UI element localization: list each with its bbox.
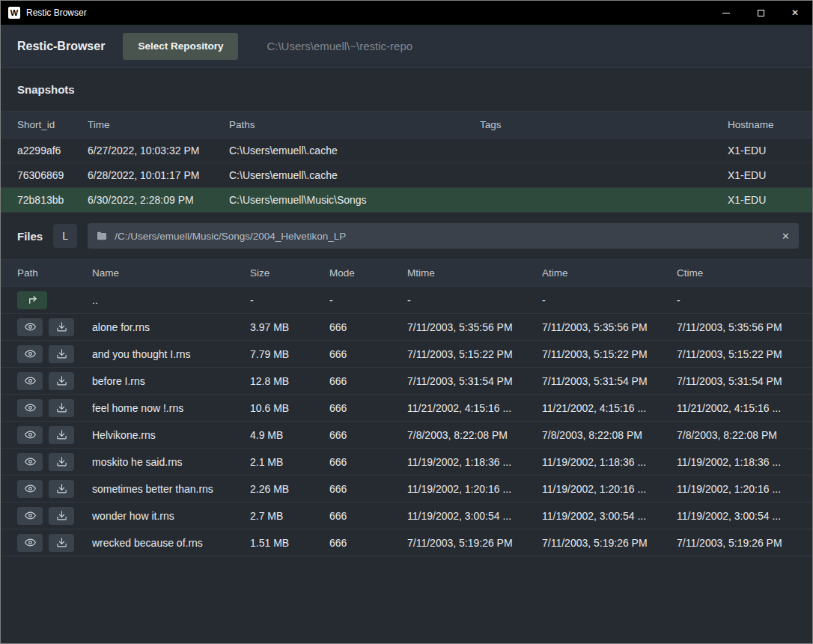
column-hostname: Hostname xyxy=(728,119,796,130)
file-name: Helvikone.rns xyxy=(92,429,250,441)
preview-file-button[interactable] xyxy=(17,372,43,390)
preview-file-button[interactable] xyxy=(17,534,43,552)
file-name: .. xyxy=(92,294,250,306)
download-icon xyxy=(56,510,67,521)
close-button[interactable]: ✕ xyxy=(778,1,812,25)
file-row: alone for.rns 3.97 MB 666 7/11/2003, 5:3… xyxy=(1,314,812,341)
snapshot-paths: C:\Users\emuell\Music\Songs xyxy=(229,194,480,206)
select-repository-button[interactable]: Select Repository xyxy=(123,33,238,60)
snapshots-title: Snapshots xyxy=(1,68,812,111)
file-mode: - xyxy=(329,294,407,306)
snapshot-paths: C:\Users\emuell\.cache xyxy=(229,145,480,157)
snapshot-paths: C:\Users\emuell\.cache xyxy=(229,169,480,181)
file-ctime: 11/19/2002, 1:18:36 ... xyxy=(677,456,796,468)
file-ctime: 7/11/2003, 5:31:54 PM xyxy=(677,375,796,387)
file-name: and you thought I.rns xyxy=(92,348,250,360)
column-mtime: Mtime xyxy=(407,267,542,279)
snapshot-row[interactable]: 72b813bb 6/30/2022, 2:28:09 PM C:\Users\… xyxy=(1,188,812,213)
download-icon xyxy=(56,483,67,494)
file-size: 10.6 MB xyxy=(250,402,329,414)
column-short-id: Short_id xyxy=(17,119,88,130)
preview-file-button[interactable] xyxy=(17,318,43,336)
latest-snapshot-button[interactable]: L xyxy=(53,224,77,248)
column-path: Path xyxy=(17,267,92,279)
preview-file-button[interactable] xyxy=(17,480,43,498)
file-row: sometimes better than.rns 2.26 MB 666 11… xyxy=(1,476,812,502)
file-size: 3.97 MB xyxy=(250,321,329,333)
app-logo-icon: W xyxy=(8,7,20,19)
file-ctime: 11/21/2002, 4:15:16 ... xyxy=(677,402,796,414)
file-atime: 11/19/2002, 1:20:16 ... xyxy=(542,483,677,495)
files-table: Path Name Size Mode Mtime Atime Ctime ..… xyxy=(1,259,812,556)
file-mode: 666 xyxy=(329,321,407,333)
titlebar: W Restic Browser ✕ xyxy=(1,1,812,25)
file-mtime: 11/19/2002, 1:18:36 ... xyxy=(407,456,542,468)
preview-file-button[interactable] xyxy=(17,399,43,417)
up-directory-icon xyxy=(27,294,38,306)
download-icon xyxy=(56,348,67,359)
file-ctime: 11/19/2002, 3:00:54 ... xyxy=(677,510,796,522)
download-file-button[interactable] xyxy=(49,426,74,444)
download-file-button[interactable] xyxy=(49,453,74,471)
file-size: 2.26 MB xyxy=(250,483,329,495)
file-row: before I.rns 12.8 MB 666 7/11/2003, 5:31… xyxy=(1,368,812,395)
download-file-button[interactable] xyxy=(49,318,74,336)
close-icon: ✕ xyxy=(791,7,799,18)
snapshot-time: 6/30/2022, 2:28:09 PM xyxy=(88,194,229,206)
snapshot-row[interactable]: a2299af6 6/27/2022, 10:03:32 PM C:\Users… xyxy=(1,139,812,163)
files-title: Files xyxy=(17,230,43,243)
file-mode: 666 xyxy=(329,456,407,468)
eye-icon xyxy=(25,321,36,332)
file-ctime: 11/19/2002, 1:20:16 ... xyxy=(677,483,796,495)
preview-file-button[interactable] xyxy=(17,507,43,525)
snapshots-header-row: Short_id Time Paths Tags Hostname xyxy=(1,111,812,139)
preview-file-button[interactable] xyxy=(17,426,43,444)
file-atime: 7/11/2003, 5:15:22 PM xyxy=(542,348,677,360)
download-file-button[interactable] xyxy=(49,480,74,498)
column-name: Name xyxy=(92,267,250,279)
file-atime: 7/11/2003, 5:19:26 PM xyxy=(542,537,677,549)
app-window: W Restic Browser ✕ Restic-Browser Select… xyxy=(0,0,813,644)
snapshot-row[interactable]: 76306869 6/28/2022, 10:01:17 PM C:\Users… xyxy=(1,163,812,188)
column-size: Size xyxy=(250,267,329,279)
file-name: moskito he said.rns xyxy=(92,456,250,468)
files-bar: Files L ✕ xyxy=(1,213,812,259)
snapshot-hostname: X1-EDU xyxy=(728,145,796,157)
download-file-button[interactable] xyxy=(49,507,74,525)
folder-icon xyxy=(96,230,108,242)
file-size: - xyxy=(250,294,329,306)
files-header-row: Path Name Size Mode Mtime Atime Ctime xyxy=(1,259,812,287)
file-mode: 666 xyxy=(329,375,407,387)
eye-icon xyxy=(25,483,36,494)
minimize-button[interactable] xyxy=(709,1,743,25)
column-tags: Tags xyxy=(480,119,728,130)
column-time: Time xyxy=(88,119,229,130)
eye-icon xyxy=(25,375,36,386)
file-mtime: 7/11/2003, 5:15:22 PM xyxy=(407,348,542,360)
download-file-button[interactable] xyxy=(49,372,74,390)
file-mode: 666 xyxy=(329,402,407,414)
file-mtime: 11/19/2002, 1:20:16 ... xyxy=(407,483,542,495)
clear-path-icon[interactable]: ✕ xyxy=(782,231,790,242)
file-name: before I.rns xyxy=(92,375,250,387)
file-size: 2.1 MB xyxy=(250,456,329,468)
download-file-button[interactable] xyxy=(49,345,74,363)
file-size: 7.79 MB xyxy=(250,348,329,360)
file-size: 2.7 MB xyxy=(250,510,329,522)
download-icon xyxy=(56,429,67,440)
path-bar: ✕ xyxy=(88,223,799,249)
go-up-button[interactable] xyxy=(17,291,47,309)
snapshot-short-id: a2299af6 xyxy=(17,145,88,157)
download-file-button[interactable] xyxy=(49,399,74,417)
maximize-button[interactable] xyxy=(743,1,778,25)
app-name: Restic-Browser xyxy=(17,40,105,53)
snapshot-time: 6/28/2022, 10:01:17 PM xyxy=(88,169,229,181)
eye-icon xyxy=(25,402,36,413)
preview-file-button[interactable] xyxy=(17,453,43,471)
path-input[interactable] xyxy=(88,223,799,249)
file-name: alone for.rns xyxy=(92,321,250,333)
download-file-button[interactable] xyxy=(49,534,74,552)
window-title: Restic Browser xyxy=(26,7,87,18)
file-size: 4.9 MB xyxy=(250,429,329,441)
preview-file-button[interactable] xyxy=(17,345,43,363)
